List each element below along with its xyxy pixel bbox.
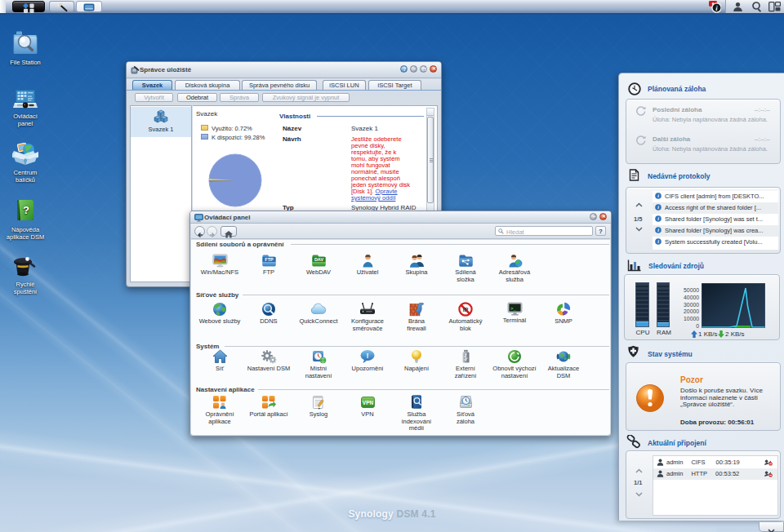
svg-text:?: ? [23, 204, 29, 216]
svg-text:!: ! [367, 352, 369, 360]
svg-text:VPN: VPN [362, 400, 373, 406]
svg-text:>_: >_ [510, 306, 517, 312]
svg-text:IP: IP [463, 307, 469, 313]
svg-text:DAV: DAV [314, 257, 323, 262]
svg-text:FTP: FTP [265, 257, 274, 262]
